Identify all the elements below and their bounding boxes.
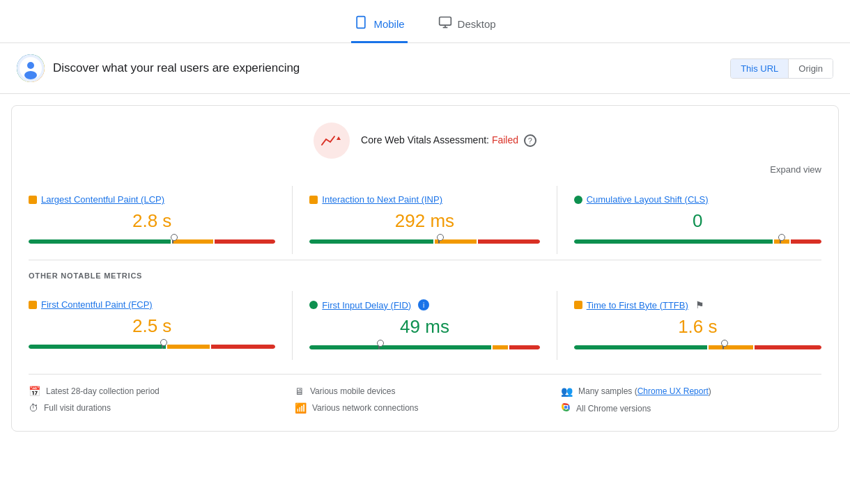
metric-ttfb-value: 1.6 s [574,316,821,338]
metric-fcp: First Contentful Paint (FCP) 2.5 s [29,291,293,360]
metric-cls-value: 0 [574,210,821,232]
ttfb-dot [574,301,582,309]
footer-col-2: 🖥 Various mobile devices 📶 Various netwo… [295,386,555,414]
svg-point-8 [24,71,37,79]
core-metrics-grid: Largest Contentful Paint (LCP) 2.8 s Int… [29,186,821,254]
tab-mobile[interactable]: Mobile [351,8,407,43]
metric-lcp-value: 2.8 s [29,210,275,232]
lcp-bar-red [215,239,276,244]
lcp-dot [29,196,37,204]
footer-samples-text: Many samples (Chrome UX Report) [578,386,711,396]
calendar-icon: 📅 [29,386,40,397]
metric-inp: Interaction to Next Paint (INP) 292 ms [293,186,557,254]
cls-bar-wrapper [574,237,821,246]
fcp-bar-green [29,345,166,349]
metric-cls-label[interactable]: Cumulative Layout Shift (CLS) [587,194,709,205]
metric-cls: Cumulative Layout Shift (CLS) 0 [557,186,821,254]
metric-fid-label-row: First Input Delay (FID) i [309,299,539,310]
footer-item-devices: 🖥 Various mobile devices [295,386,555,397]
fcp-bar [29,345,275,349]
devices-icon: 🖥 [295,386,304,397]
inp-dot [309,196,318,204]
metric-fid: First Input Delay (FID) i 49 ms [293,291,557,360]
lcp-bar-orange [172,239,212,244]
fid-bar-wrapper [309,343,539,352]
footer-devices-text: Various mobile devices [310,386,396,396]
footer-28day-text: Latest 28-day collection period [46,386,160,396]
cls-marker [780,235,781,244]
ttfb-bar-wrapper [574,343,821,352]
svg-marker-9 [337,136,341,140]
cwv-failed-icon [314,123,350,159]
section-separator [29,260,821,260]
footer-chrome-text: All Chrome versions [576,404,651,414]
footer-visit-text: Full visit durations [44,403,111,413]
footer-item-chrome: All Chrome versions [561,402,821,414]
svg-point-7 [27,62,34,69]
metric-fid-label[interactable]: First Input Delay (FID) [322,300,411,310]
ttfb-bar-red [755,345,821,349]
cwv-assessment-label: Core Web Vitals Assessment: [361,134,489,145]
metric-inp-value: 292 ms [309,210,539,232]
cwv-info-icon[interactable]: ? [524,134,536,147]
footer-item-samples: 👥 Many samples (Chrome UX Report) [561,386,821,397]
mobile-icon [354,15,368,33]
tab-desktop[interactable]: Desktop [435,8,499,43]
ttfb-bar-green [574,345,708,349]
fid-info-icon[interactable]: i [418,299,429,310]
metric-inp-label[interactable]: Interaction to Next Paint (INP) [322,194,442,205]
metric-fid-value: 49 ms [309,316,539,338]
inp-marker [438,235,440,244]
section-title: OTHER NOTABLE METRICS [29,271,821,280]
inp-bar-wrapper [309,237,539,246]
ttfb-marker [722,341,724,349]
cwv-status: Failed [492,134,518,145]
users-icon: 👥 [561,386,573,397]
cwv-card: Core Web Vitals Assessment: Failed ? Exp… [11,105,839,432]
metric-fcp-label[interactable]: First Contentful Paint (FCP) [41,299,153,310]
fcp-dot [29,301,37,309]
metric-lcp-label[interactable]: Largest Contentful Paint (LCP) [41,194,164,205]
metric-cls-label-row: Cumulative Layout Shift (CLS) [574,194,821,205]
cwv-header: Core Web Vitals Assessment: Failed ? [29,123,821,159]
lcp-bar-green [29,239,171,244]
origin-button[interactable]: Origin [788,59,833,78]
tab-desktop-label: Desktop [458,18,496,30]
cls-dot [574,196,582,204]
cls-bar-green [574,239,773,244]
fid-dot [309,301,318,309]
svg-point-10 [564,406,568,409]
chrome-ux-report-link[interactable]: Chrome UX Report [638,386,709,396]
this-url-button[interactable]: This URL [731,59,788,78]
expand-view-button[interactable]: Expand view [29,164,821,175]
header-left: Discover what your real users are experi… [17,54,300,82]
chrome-icon [561,402,571,414]
metric-fcp-label-row: First Contentful Paint (FCP) [29,299,275,310]
ttfb-flag-icon[interactable]: ⚑ [695,299,704,310]
inp-bar [309,239,539,244]
ttfb-bar-orange [709,345,753,349]
fcp-bar-orange [167,345,210,349]
metric-ttfb-label[interactable]: Time to First Byte (TTFB) [587,300,688,310]
metric-lcp: Largest Contentful Paint (LCP) 2.8 s [29,186,293,254]
footer-col-3: 👥 Many samples (Chrome UX Report) All [561,386,821,414]
footer-item-28day: 📅 Latest 28-day collection period [29,386,289,397]
desktop-icon [438,15,452,33]
cwv-assessment-text: Core Web Vitals Assessment: Failed ? [361,134,536,147]
footer-info: 📅 Latest 28-day collection period ⏱ Full… [29,374,821,414]
metric-ttfb-label-row: Time to First Byte (TTFB) ⚑ [574,299,821,310]
inp-bar-red [478,239,540,244]
metric-ttfb: Time to First Byte (TTFB) ⚑ 1.6 s [557,291,821,360]
svg-rect-0 [357,17,366,29]
fid-bar-orange [493,345,508,349]
tab-mobile-label: Mobile [373,18,404,30]
metric-lcp-label-row: Largest Contentful Paint (LCP) [29,194,275,205]
metric-inp-label-row: Interaction to Next Paint (INP) [309,194,539,205]
fid-bar-red [509,345,540,349]
fcp-bar-red [211,345,275,349]
lcp-bar-wrapper [29,237,275,246]
timer-icon: ⏱ [29,402,38,414]
lcp-bar [29,239,275,244]
url-toggle-group: This URL Origin [730,58,833,79]
header-title: Discover what your real users are experi… [53,61,300,75]
